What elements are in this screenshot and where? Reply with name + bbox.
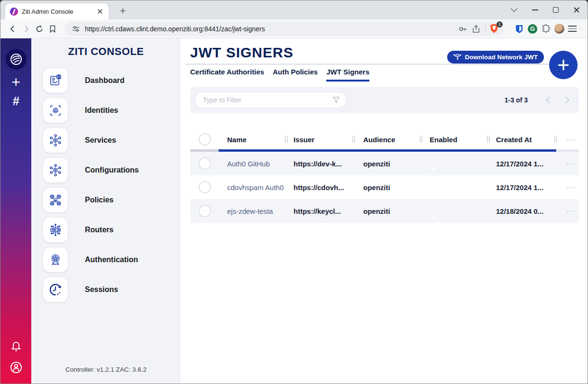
cell-audience: openziti — [363, 183, 430, 192]
main-content: JWT SIGNERS Download Network JWT + Certi… — [181, 38, 588, 384]
ziti-favicon-icon — [10, 8, 18, 16]
pagination-label: 1-3 of 3 — [505, 96, 528, 104]
cell-audience: openziti — [363, 207, 430, 215]
router-icon — [43, 218, 68, 242]
row-menu-icon[interactable]: ··· — [564, 160, 579, 168]
column-divider[interactable] — [487, 136, 490, 143]
gears-icon — [43, 188, 68, 212]
url-text[interactable]: https://ctrl.cdaws.clint.demo.openziti.o… — [85, 25, 456, 33]
rail-add-button[interactable]: + — [0, 73, 31, 91]
column-divider[interactable] — [420, 136, 423, 143]
row-menu-icon[interactable]: ··· — [564, 183, 579, 192]
forward-button[interactable] — [19, 22, 33, 36]
window-maximize-button[interactable] — [549, 3, 563, 17]
bookmark-icon[interactable] — [46, 22, 59, 36]
cell-created-at: 12/17/2024 1... — [496, 160, 564, 168]
gradient-rail: + # — [0, 38, 31, 384]
tab-search-icon[interactable] — [507, 3, 521, 17]
filter-text-field[interactable] — [203, 96, 332, 104]
column-header-created-at[interactable]: Created At — [496, 136, 564, 144]
hash-icon: # — [13, 94, 19, 108]
url-bar[interactable]: https://ctrl.cdaws.clint.demo.openziti.o… — [65, 22, 504, 36]
row-select-radio[interactable] — [199, 157, 211, 170]
filter-input[interactable] — [195, 92, 347, 108]
version-footer: Controller: v1.2.1 ZAC: 3.6.2 — [31, 366, 181, 373]
sidebar-item-routers[interactable]: Routers — [43, 218, 113, 242]
browser-toolbar: https://ctrl.cdaws.clint.demo.openziti.o… — [0, 19, 588, 38]
column-header-enabled[interactable]: Enabled — [430, 136, 496, 144]
cell-issuer: https://keycl... — [294, 207, 363, 215]
badge-star-icon — [43, 247, 68, 272]
window-minimize-button[interactable] — [528, 3, 542, 17]
bitwarden-extension-icon[interactable] — [513, 22, 526, 36]
select-all-radio[interactable] — [199, 133, 211, 146]
cell-issuer: https://cdovh... — [294, 183, 363, 192]
previous-page-icon[interactable] — [546, 97, 552, 103]
funnel-icon[interactable] — [332, 96, 340, 104]
cell-name[interactable]: ejs-zdew-testa — [227, 207, 286, 215]
table-row[interactable]: ejs-zdew-testa https://keycl... openziti… — [190, 199, 579, 223]
browser-tabstrip: Ziti Admin Console + — [0, 0, 588, 19]
sidebar-item-authentication[interactable]: Authentication — [43, 247, 138, 272]
network-nodes-icon — [43, 128, 68, 153]
extensions-puzzle-icon[interactable] — [539, 22, 552, 36]
ziti-logo-icon[interactable] — [6, 49, 27, 70]
cell-name[interactable]: cdovhspam Auth0 — [227, 183, 286, 192]
row-menu-icon[interactable]: ··· — [564, 207, 579, 215]
table-row[interactable]: Auth0 GitHub https://dev-k... openziti 1… — [190, 152, 579, 175]
row-select-radio[interactable] — [199, 205, 211, 217]
password-key-icon[interactable] — [456, 22, 469, 36]
new-tab-button[interactable]: + — [117, 5, 129, 17]
sidebar-item-policies[interactable]: Policies — [43, 188, 113, 212]
network-nodes-icon — [43, 158, 68, 183]
page-title: JWT SIGNERS — [190, 45, 294, 61]
column-divider[interactable] — [352, 136, 355, 143]
column-divider[interactable] — [554, 136, 557, 143]
grammarly-extension-icon[interactable]: G — [526, 22, 539, 36]
reload-button[interactable] — [33, 22, 46, 36]
download-network-jwt-button[interactable]: Download Network JWT — [447, 51, 544, 64]
filter-bar: 1-3 of 3 — [190, 87, 579, 113]
cell-name[interactable]: Auth0 GitHub — [227, 160, 286, 168]
share-icon[interactable] — [469, 22, 483, 36]
section-tabs: Certificate Authorities Auth Policies JW… — [190, 68, 369, 82]
brave-shield-icon[interactable]: 1 — [489, 23, 500, 35]
sidebar: ZITI CONSOLE Dashboard Identities — [31, 38, 181, 384]
column-header-name[interactable]: Name — [227, 136, 294, 144]
next-page-icon[interactable] — [563, 97, 570, 103]
column-divider[interactable] — [285, 136, 288, 143]
tab-jwt-signers[interactable]: JWT Signers — [326, 68, 369, 82]
sidebar-item-configurations[interactable]: Configurations — [43, 158, 139, 183]
browser-tab[interactable]: Ziti Admin Console — [5, 3, 109, 19]
cell-audience: openziti — [363, 160, 430, 168]
sidebar-item-sessions[interactable]: Sessions — [43, 277, 118, 302]
jwt-signers-table: Name Issuer Audience Enabled Created At … — [190, 131, 579, 223]
key-network-icon — [453, 53, 461, 61]
table-header: Name Issuer Audience Enabled Created At … — [190, 131, 579, 147]
plus-icon: + — [11, 73, 20, 91]
header-menu-icon[interactable]: ··· — [564, 136, 579, 144]
back-button[interactable] — [6, 22, 19, 36]
header-underline-bar — [190, 149, 579, 152]
tab-auth-policies[interactable]: Auth Policies — [273, 68, 318, 82]
cell-created-at: 12/17/2024 1... — [496, 183, 564, 192]
sidebar-item-services[interactable]: Services — [43, 128, 116, 153]
profile-icon[interactable] — [0, 361, 31, 374]
window-close-button[interactable] — [570, 3, 584, 17]
console-title: ZITI CONSOLE — [31, 46, 181, 58]
row-select-radio[interactable] — [199, 181, 211, 193]
sidebar-item-dashboard[interactable]: Dashboard — [43, 68, 125, 93]
tab-close-icon[interactable] — [96, 8, 104, 15]
browser-menu-icon[interactable] — [566, 22, 579, 36]
table-row[interactable]: cdovhspam Auth0 https://cdovh... openzit… — [190, 175, 579, 199]
notifications-bell-icon[interactable] — [0, 341, 31, 353]
rail-hash-button[interactable]: # — [0, 94, 31, 108]
tab-certificate-authorities[interactable]: Certificate Authorities — [190, 68, 264, 82]
site-settings-icon[interactable] — [72, 25, 80, 33]
toolbar-divider — [486, 25, 486, 33]
sidebar-item-identities[interactable]: Identities — [43, 98, 118, 123]
profile-avatar[interactable] — [552, 22, 566, 36]
browser-window: Ziti Admin Console + https://ctrl. — [0, 0, 588, 384]
add-jwt-signer-button[interactable]: + — [549, 51, 578, 79]
cell-issuer: https://dev-k... — [294, 160, 363, 168]
